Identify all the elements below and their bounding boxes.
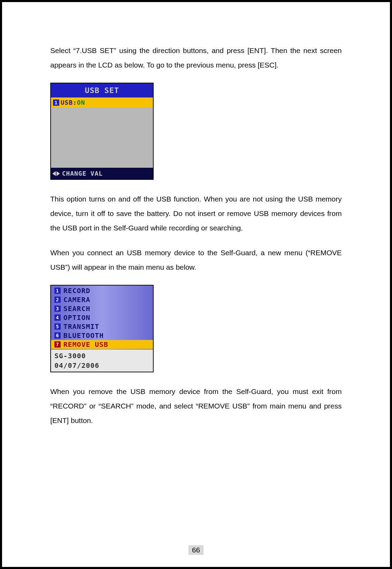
menu-item-number: 5 [54,323,61,330]
menu-item-number: 1 [53,100,59,106]
main-menu-item-transmit[interactable]: 5TRANSMIT [51,322,153,331]
menu-item-label: CAMERA [63,296,90,304]
lcd-main-menu: 1RECORD2CAMERA3SEARCH4OPTION5TRANSMIT6BL… [50,285,154,372]
menu-item-number: 1 [54,288,61,294]
lcd-usb-set: USB SET 1 USB: ON CHANGE VAL [50,83,154,180]
lcd-footer-label: CHANGE VAL [62,170,103,177]
menu-item-value: ON [77,99,85,106]
paragraph-intro: Select “7.USB SET” using the direction b… [50,43,342,72]
menu-item-label: REMOVE USB [63,340,108,349]
menu-item-label: TRANSMIT [63,322,99,331]
page-number: 66 [188,545,203,555]
menu-item-label: USB: [61,99,77,106]
menu-item-label: RECORD [63,287,90,295]
device-model: SG-3000 [54,351,149,361]
main-menu-item-remove-usb[interactable]: 7REMOVE USB [51,340,153,349]
menu-item-label: BLUETOOTH [63,331,104,340]
main-menu-item-search[interactable]: 3SEARCH [51,304,153,313]
lcd-menu-item-usb[interactable]: 1 USB: ON [51,97,153,107]
menu-item-label: OPTION [63,313,90,322]
lcd-empty-area [51,107,153,168]
paragraph-description: This option turns on and off the USB fun… [50,192,342,235]
main-menu-item-option[interactable]: 4OPTION [51,313,153,322]
menu-item-number: 2 [54,297,61,303]
arrow-left-icon[interactable] [52,171,56,176]
menu-item-number: 4 [54,314,61,321]
main-menu-item-record[interactable]: 1RECORD [51,286,153,295]
lcd-status-area: SG-3000 04/07/2006 [51,350,153,372]
lcd-title: USB SET [51,83,153,97]
page-number-wrap: 66 [2,545,390,555]
menu-item-number: 7 [54,341,61,348]
menu-item-label: SEARCH [63,304,90,313]
paragraph-remove-instructions: When you remove the USB memory device fr… [50,384,342,428]
lcd-footer: CHANGE VAL [51,168,153,179]
main-menu-list: 1RECORD2CAMERA3SEARCH4OPTION5TRANSMIT6BL… [51,286,153,350]
arrow-right-icon[interactable] [56,171,60,176]
menu-item-number: 6 [54,332,61,339]
page: Select “7.USB SET” using the direction b… [0,0,392,569]
paragraph-remove-usb-intro: When you connect an USB memory device to… [50,246,342,275]
main-menu-item-bluetooth[interactable]: 6BLUETOOTH [51,331,153,340]
menu-item-number: 3 [54,306,61,312]
main-menu-item-camera[interactable]: 2CAMERA [51,295,153,304]
device-date: 04/07/2006 [54,361,149,370]
